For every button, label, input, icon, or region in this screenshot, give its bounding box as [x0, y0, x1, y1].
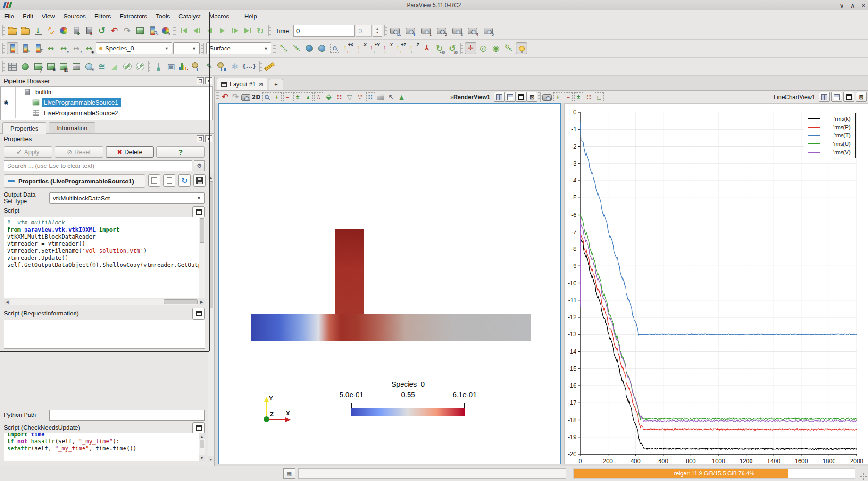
collapse-icon[interactable]: [8, 180, 15, 182]
layout-tab[interactable]: Layout #1 ⊠: [217, 78, 267, 90]
render-view[interactable]: Y Z X Species_0 5.0e-01 0.55 6.1e-01: [218, 103, 561, 464]
delete-button[interactable]: ✖Delete: [106, 146, 154, 158]
zoom-to-data-icon[interactable]: ↘↖: [291, 42, 302, 54]
group-datasets-icon[interactable]: [121, 61, 133, 73]
camera-zoom-icon[interactable]: [389, 25, 401, 37]
temporal-interpolator-icon[interactable]: ✻: [229, 61, 241, 73]
apply-button[interactable]: ✔Apply: [4, 146, 52, 158]
zoom-closest-icon[interactable]: [316, 42, 328, 54]
box-arrow-icon[interactable]: ↗: [134, 25, 146, 37]
script-horizontal-scrollbar[interactable]: ◀▶: [4, 299, 205, 305]
plus-x-view-icon[interactable]: +X↑→: [342, 42, 354, 54]
color-palette-icon[interactable]: [58, 25, 69, 37]
script-code-editor[interactable]: # .vtm multiblockfrom paraview.vtk.vtkIO…: [4, 217, 205, 298]
glyph-icon[interactable]: ✳: [83, 61, 95, 73]
reset-button[interactable]: ⊘Reset: [55, 146, 103, 158]
server-connect-icon[interactable]: [70, 25, 82, 37]
rescale-temporal-range-icon[interactable]: ↔t: [70, 42, 82, 54]
layout-tab-close-icon[interactable]: ⊠: [259, 81, 263, 88]
status-options-icon[interactable]: ▦: [283, 468, 295, 479]
pipeline-item-builtin[interactable]: builtin:: [1, 87, 212, 97]
first-frame-button[interactable]: [178, 25, 190, 37]
light-kit-icon[interactable]: [516, 42, 527, 54]
loop-button[interactable]: ↻: [254, 25, 266, 37]
chart-view-maximize-icon[interactable]: [843, 92, 854, 102]
script-check-maximize-icon[interactable]: [192, 422, 205, 434]
minus-y-view-icon[interactable]: -Y↑←: [381, 42, 393, 54]
plot-data-over-time-icon[interactable]: [216, 61, 228, 73]
select-points-on-icon[interactable]: ∴: [313, 92, 324, 102]
select-cells-polygon-icon[interactable]: ▽: [344, 92, 355, 102]
color-array-select[interactable]: Species_0▼: [96, 42, 172, 54]
script-check-editor[interactable]: import timeif not hasattr(self, "_my_tim…: [4, 433, 205, 461]
script-vertical-scrollbar[interactable]: [199, 217, 205, 298]
menu-extractors[interactable]: Extractors: [115, 11, 151, 21]
zoom-to-box-icon[interactable]: [261, 92, 272, 102]
script-check-vertical-scrollbar[interactable]: ▲▼: [199, 433, 205, 461]
ungroup-icon[interactable]: [134, 61, 146, 73]
tab-properties[interactable]: Properties: [2, 122, 46, 134]
clip-icon[interactable]: ╱: [32, 61, 44, 73]
reload-python-module-icon[interactable]: ↻: [178, 174, 191, 187]
add-selection-icon[interactable]: +: [272, 92, 282, 102]
menu-edit[interactable]: Edit: [18, 11, 37, 21]
auto-apply-icon[interactable]: ↗↙: [45, 25, 57, 37]
chart-toggle-selection-icon[interactable]: ±: [573, 92, 584, 102]
plot-over-time-icon[interactable]: [191, 61, 202, 73]
next-frame-button[interactable]: [229, 25, 241, 37]
plus-y-view-icon[interactable]: +Y↑→: [368, 42, 380, 54]
maximize-window-icon[interactable]: ∧: [851, 2, 855, 9]
render-view-split-horizontal-icon[interactable]: [494, 92, 505, 102]
paste-properties-icon[interactable]: [163, 174, 175, 187]
resize-grip[interactable]: [860, 473, 867, 480]
server-disconnect-icon[interactable]: [83, 25, 95, 37]
choose-colormap-icon[interactable]: ?: [32, 42, 44, 54]
select-cells-on-icon[interactable]: ▲: [303, 92, 313, 102]
properties-float-icon[interactable]: ❐: [197, 135, 204, 142]
dock-resize-line-horizontal[interactable]: [0, 351, 209, 352]
camera-undo-icon[interactable]: ↶: [220, 92, 230, 102]
camera-2-icon[interactable]: 2: [435, 25, 447, 37]
python-calculator-icon[interactable]: {...}: [242, 61, 257, 73]
visibility-eye-icon[interactable]: ◉: [1, 99, 11, 106]
search-options-gear-icon[interactable]: ⚙: [194, 160, 205, 171]
script-request-maximize-icon[interactable]: [192, 308, 205, 320]
colorbar[interactable]: [351, 408, 465, 416]
menu-tools[interactable]: Tools: [151, 11, 174, 21]
minus-z-view-icon[interactable]: -Z↑←: [408, 42, 420, 54]
render-view-label[interactable]: »RenderView1: [450, 94, 490, 100]
output-data-set-type-select[interactable]: vtkMultiblockDataSet▼: [49, 192, 205, 204]
contour-icon[interactable]: [19, 61, 31, 73]
save-defaults-icon[interactable]: [193, 174, 206, 187]
select-block-icon[interactable]: ∷: [365, 92, 376, 102]
ruler-icon[interactable]: [264, 61, 275, 73]
menu-file[interactable]: File: [0, 11, 18, 21]
component-select[interactable]: ▼: [173, 42, 200, 54]
camera-5-icon[interactable]: 5: [482, 25, 494, 37]
render-view-close-icon[interactable]: ⊠: [526, 92, 537, 102]
calculator-icon[interactable]: [7, 61, 18, 73]
chart-box-select-icon[interactable]: ◻: [594, 92, 604, 102]
render-view-split-vertical-icon[interactable]: [505, 92, 516, 102]
minimize-window-icon[interactable]: ∨: [839, 2, 844, 9]
camera-1-icon[interactable]: 1: [420, 25, 432, 37]
undo-icon[interactable]: ↶: [108, 25, 120, 37]
plus-z-view-icon[interactable]: +Z↑→: [394, 42, 407, 54]
time-input[interactable]: [293, 25, 355, 37]
chart-subtract-selection-icon[interactable]: −: [563, 92, 573, 102]
rescale-data-range-icon[interactable]: ↔: [45, 42, 57, 54]
close-window-icon[interactable]: ×: [861, 2, 865, 9]
select-cells-through-icon[interactable]: ⬙: [324, 92, 334, 102]
chart-view-label[interactable]: LineChartView1: [774, 94, 815, 100]
chart-add-selection-icon[interactable]: +: [552, 92, 563, 102]
hover-cells-icon[interactable]: ▲: [396, 92, 407, 102]
camera-4-icon[interactable]: 4: [467, 25, 478, 37]
tab-information[interactable]: Information: [49, 122, 95, 133]
set-rotation-center-icon[interactable]: ◎: [477, 42, 489, 54]
slice-icon[interactable]: ≡: [45, 61, 57, 73]
center-axes-visibility-icon[interactable]: ✛: [465, 42, 476, 54]
representation-select[interactable]: Surface▼: [206, 42, 271, 54]
time-index-spinner[interactable]: ▲▼: [373, 25, 382, 37]
histogram-icon[interactable]: [178, 61, 190, 73]
menu-help[interactable]: Help: [240, 11, 261, 21]
